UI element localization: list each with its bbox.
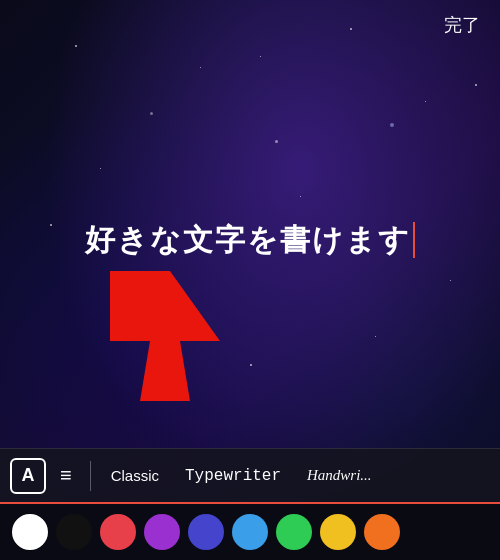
color-swatch-orange[interactable] (364, 514, 400, 550)
bottom-toolbar: A ≡ Classic Typewriter Handwri... (0, 448, 500, 560)
color-swatch-green[interactable] (276, 514, 312, 550)
header: 完了 (0, 0, 500, 50)
align-icon: ≡ (60, 464, 72, 487)
main-text: 好きな文字を書けます (85, 220, 411, 261)
done-button[interactable]: 完了 (444, 13, 480, 37)
font-option-typewriter[interactable]: Typewriter (175, 463, 291, 489)
color-swatch-red[interactable] (100, 514, 136, 550)
color-swatch-indigo[interactable] (188, 514, 224, 550)
text-cursor (413, 222, 415, 258)
color-swatch-white[interactable] (12, 514, 48, 550)
separator (90, 461, 91, 491)
color-swatch-blue[interactable] (232, 514, 268, 550)
main-text-area[interactable]: 好きな文字を書けます (0, 80, 500, 400)
color-swatch-purple[interactable] (144, 514, 180, 550)
app-container: 完了 好きな文字を書けます A ≡ Classic Typewriter Han… (0, 0, 500, 560)
color-swatch-black[interactable] (56, 514, 92, 550)
font-option-handwriting[interactable]: Handwri... (297, 463, 382, 488)
text-input-display: 好きな文字を書けます (85, 220, 415, 261)
tool-row: A ≡ Classic Typewriter Handwri... (0, 448, 500, 502)
font-style-button[interactable]: A (10, 458, 46, 494)
color-swatch-yellow[interactable] (320, 514, 356, 550)
color-row (0, 502, 500, 560)
font-option-classic[interactable]: Classic (101, 463, 169, 488)
align-button[interactable]: ≡ (52, 460, 80, 491)
